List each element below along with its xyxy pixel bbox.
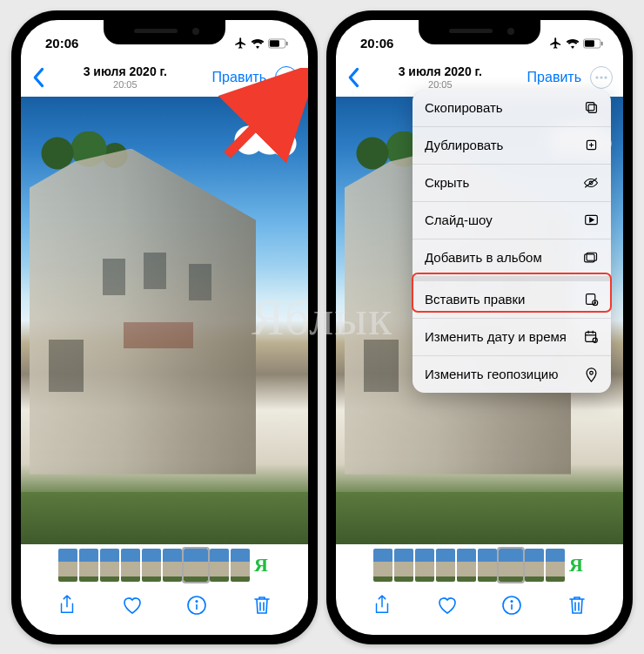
title-block: 3 июля 2020 г. 20:05 <box>353 64 527 90</box>
more-button[interactable] <box>275 66 298 89</box>
svg-rect-13 <box>601 41 603 45</box>
thumbnail[interactable] <box>436 549 455 582</box>
svg-point-40 <box>589 371 593 374</box>
svg-point-15 <box>600 76 602 78</box>
bottom-toolbar <box>336 586 623 635</box>
adjust-location-icon <box>583 367 599 382</box>
thumbnail[interactable] <box>478 549 497 582</box>
photo-date: 3 июля 2020 г. <box>38 64 212 78</box>
wifi-icon <box>251 38 265 49</box>
thumbnail[interactable] <box>415 549 434 582</box>
delete-button[interactable] <box>249 595 275 616</box>
photo-clouds <box>228 123 298 158</box>
paste-edits-icon <box>583 292 599 307</box>
menu-label: Добавить в альбом <box>425 250 542 265</box>
favorite-button[interactable] <box>119 596 145 615</box>
info-button[interactable] <box>184 596 210 615</box>
thumbnail-strip[interactable]: Я <box>336 544 623 586</box>
menu-item-hide[interactable]: Скрыть <box>413 165 611 202</box>
svg-rect-35 <box>585 332 595 341</box>
thumbnail[interactable] <box>163 549 182 582</box>
menu-item-duplicate[interactable]: Дублировать <box>413 127 611 165</box>
svg-rect-2 <box>286 41 288 45</box>
menu-item-slideshow[interactable]: Слайд-шоу <box>413 202 611 239</box>
thumbnail[interactable] <box>58 549 77 582</box>
thumbnail[interactable] <box>79 549 98 582</box>
menu-item-copy[interactable]: Скопировать <box>413 90 611 127</box>
menu-label: Изменить дату и время <box>425 329 567 344</box>
edit-button[interactable]: Править <box>212 70 266 85</box>
add-to-album-icon <box>583 250 599 266</box>
heart-icon <box>437 596 458 615</box>
thumbnail-strip[interactable]: Я <box>21 544 308 586</box>
photo-building <box>30 149 256 475</box>
adjust-date-icon <box>583 329 599 345</box>
favorite-button[interactable] <box>434 596 460 615</box>
thumbnail[interactable] <box>210 549 229 582</box>
svg-point-4 <box>285 76 287 78</box>
thumbnail[interactable] <box>121 549 140 582</box>
context-menu: Скопировать Дублировать Скрыть Слайд-шоу <box>413 90 611 393</box>
svg-rect-20 <box>588 105 596 112</box>
share-button[interactable] <box>54 595 80 616</box>
share-button[interactable] <box>369 595 395 616</box>
ellipsis-icon <box>280 76 292 79</box>
notch <box>419 20 540 44</box>
hide-icon <box>583 175 599 191</box>
more-button[interactable] <box>590 66 613 89</box>
svg-point-3 <box>280 76 283 78</box>
thumbnail[interactable] <box>525 549 544 582</box>
thumbnail[interactable] <box>546 549 565 582</box>
share-icon <box>373 595 391 616</box>
airplane-icon <box>549 37 562 50</box>
svg-line-26 <box>585 178 597 187</box>
thumbnail[interactable] <box>231 549 250 582</box>
menu-label: Изменить геопозицию <box>425 367 558 381</box>
svg-rect-12 <box>585 40 594 46</box>
menu-item-add-to-album[interactable]: Добавить в альбом <box>413 239 611 281</box>
screen-left: 20:06 3 июля 2020 г. 20:05 Править <box>21 20 308 635</box>
screen-right: 20:06 3 июля 2020 г. 20:05 Править <box>336 20 623 635</box>
svg-rect-1 <box>270 40 279 46</box>
svg-rect-31 <box>586 294 594 305</box>
menu-label: Слайд-шоу <box>425 212 493 227</box>
slideshow-icon <box>583 212 599 228</box>
thumbnail-logo: Я <box>567 549 586 582</box>
status-time: 20:06 <box>360 36 393 51</box>
photo-time: 20:05 <box>38 79 212 90</box>
svg-point-16 <box>604 76 607 78</box>
thumbnail[interactable] <box>142 549 161 582</box>
svg-point-19 <box>511 600 513 602</box>
svg-rect-21 <box>586 103 594 111</box>
edit-button[interactable]: Править <box>527 70 581 85</box>
status-icons <box>234 37 289 50</box>
photo-grass <box>336 492 623 544</box>
thumbnail[interactable] <box>394 549 413 582</box>
photo-viewer[interactable] <box>21 97 308 544</box>
thumbnail[interactable] <box>100 549 119 582</box>
menu-item-adjust-date[interactable]: Изменить дату и время <box>413 319 611 356</box>
duplicate-icon <box>583 138 599 153</box>
thumbnail[interactable] <box>457 549 476 582</box>
menu-item-paste-edits[interactable]: Вставить правки <box>413 281 611 319</box>
heart-icon <box>122 596 143 615</box>
info-button[interactable] <box>499 596 525 615</box>
airplane-icon <box>234 37 247 50</box>
delete-button[interactable] <box>564 595 590 616</box>
photo-date: 3 июля 2020 г. <box>353 64 527 78</box>
status-icons <box>549 37 604 50</box>
info-icon <box>502 596 521 615</box>
menu-label: Скрыть <box>425 175 469 190</box>
thumbnail-selected[interactable] <box>499 549 523 582</box>
svg-point-5 <box>289 76 292 78</box>
bottom-toolbar <box>21 586 308 635</box>
thumbnail[interactable] <box>373 549 392 582</box>
info-icon <box>187 596 206 615</box>
photo-time: 20:05 <box>353 79 527 90</box>
ellipsis-icon <box>595 76 607 79</box>
nav-bar: 3 июля 2020 г. 20:05 Править <box>21 58 308 97</box>
trash-icon <box>568 595 586 616</box>
menu-label: Скопировать <box>425 100 503 115</box>
menu-item-adjust-location[interactable]: Изменить геопозицию <box>413 356 611 393</box>
thumbnail-selected[interactable] <box>184 549 208 582</box>
